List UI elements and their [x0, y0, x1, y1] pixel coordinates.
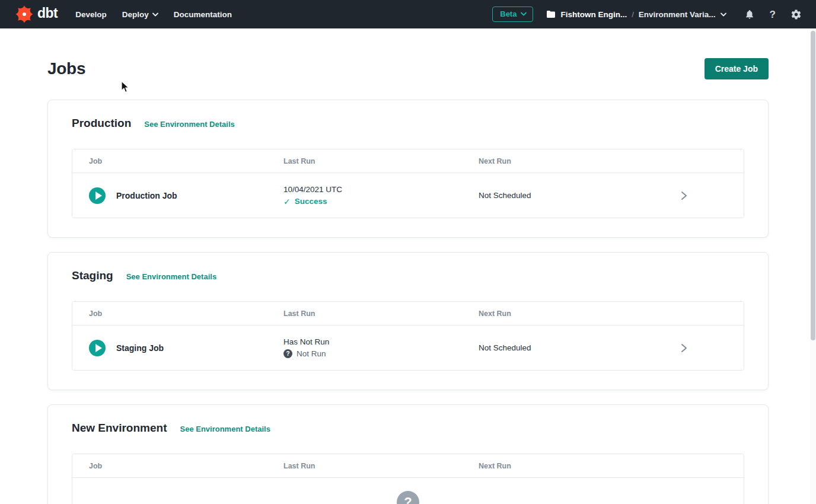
chevron-down-icon [721, 12, 726, 17]
jobs-table: Job Last Run Next Run Staging Job Has No… [72, 301, 744, 371]
navbar-right: Beta Fishtown Engin... / Environment Var… [492, 7, 802, 22]
page-title: Jobs [47, 59, 85, 78]
run-job-button[interactable] [89, 187, 106, 204]
job-name: Staging Job [116, 343, 164, 353]
col-header-job: Job [89, 157, 283, 165]
dbt-logo-icon [15, 5, 33, 23]
job-row[interactable]: Staging Job Has Not Run ? Not Run Not Sc… [72, 326, 744, 370]
notifications-bell-icon[interactable] [744, 9, 755, 20]
environment-card-staging: Staging See Environment Details Job Last… [47, 252, 769, 390]
col-header-next-run: Next Run [479, 310, 624, 318]
success-check-icon: ✓ [283, 197, 291, 206]
nav-item-develop[interactable]: Develop [75, 10, 107, 19]
col-header-last-run: Last Run [283, 462, 479, 470]
last-run-status: ? Not Run [283, 349, 479, 358]
jobs-table-header: Job Last Run Next Run [72, 302, 744, 326]
job-row[interactable]: Production Job 10/04/2021 UTC ✓ Success … [72, 173, 744, 218]
play-icon [95, 344, 102, 352]
help-icon[interactable]: ? [770, 9, 776, 20]
chevron-down-icon [521, 12, 527, 16]
beta-label: Beta [500, 9, 517, 18]
page-header: Jobs Create Job [47, 58, 769, 79]
see-environment-details-link[interactable]: See Environment Details [180, 425, 270, 433]
settings-gear-icon[interactable] [791, 9, 802, 20]
nav-item-deploy-label: Deploy [122, 10, 149, 19]
environment-card-new-environment: New Environment See Environment Details … [47, 404, 769, 504]
not-run-question-icon: ? [283, 349, 292, 358]
last-run-status: ✓ Success [283, 197, 479, 206]
breadcrumb-separator: / [632, 10, 634, 19]
col-header-last-run: Last Run [283, 310, 479, 318]
last-run-date: 10/04/2021 UTC [283, 185, 479, 194]
col-header-job: Job [89, 310, 283, 318]
create-job-button[interactable]: Create Job [705, 58, 769, 79]
next-run: Not Scheduled [479, 191, 624, 200]
environment-card-production: Production See Environment Details Job L… [47, 100, 769, 238]
folder-icon [546, 10, 556, 18]
see-environment-details-link[interactable]: See Environment Details [126, 272, 216, 281]
empty-jobs-area: ? [72, 491, 744, 504]
chevron-right-icon[interactable] [680, 343, 688, 353]
beta-badge[interactable]: Beta [492, 7, 533, 22]
nav-item-deploy[interactable]: Deploy [122, 10, 158, 19]
col-header-next-run: Next Run [479, 157, 624, 165]
jobs-table: Job Last Run Next Run Production Job 10/… [72, 149, 744, 218]
last-run-date: Has Not Run [283, 337, 479, 346]
jobs-table-header: Job Last Run Next Run [72, 454, 744, 478]
environment-name: Production [72, 117, 131, 130]
chevron-down-icon [152, 12, 158, 17]
run-job-button[interactable] [89, 340, 106, 356]
dbt-logo[interactable]: dbt [15, 5, 58, 23]
environment-name: Staging [72, 269, 113, 282]
brand-text: dbt [37, 7, 58, 22]
jobs-table-header: Job Last Run Next Run [72, 149, 744, 173]
col-header-job: Job [89, 462, 283, 470]
main-content: Jobs Create Job Production See Environme… [0, 58, 816, 504]
breadcrumb-page: Environment Varia... [639, 10, 716, 19]
last-run-status-label: Success [295, 197, 327, 206]
top-navbar: dbt Develop Deploy Documentation Beta Fi… [0, 0, 816, 28]
next-run: Not Scheduled [479, 343, 624, 352]
col-header-next-run: Next Run [479, 462, 624, 470]
play-icon [95, 192, 102, 200]
breadcrumb-account: Fishtown Engin... [560, 10, 627, 19]
last-run-status-label: Not Run [297, 349, 326, 358]
jobs-table: Job Last Run Next Run ? [72, 454, 744, 504]
empty-state-question-icon: ? [397, 491, 419, 504]
job-name: Production Job [116, 191, 177, 200]
nav-links: Develop Deploy Documentation [75, 10, 232, 19]
see-environment-details-link[interactable]: See Environment Details [144, 120, 234, 129]
nav-item-documentation[interactable]: Documentation [174, 10, 232, 19]
chevron-right-icon[interactable] [680, 191, 688, 200]
col-header-last-run: Last Run [283, 157, 479, 165]
navbar-icons: ? [744, 9, 802, 20]
project-breadcrumb[interactable]: Fishtown Engin... / Environment Varia... [546, 10, 726, 19]
scrollbar-track [810, 28, 816, 504]
environment-name: New Environment [72, 422, 167, 435]
scrollbar-thumb[interactable] [811, 31, 815, 340]
